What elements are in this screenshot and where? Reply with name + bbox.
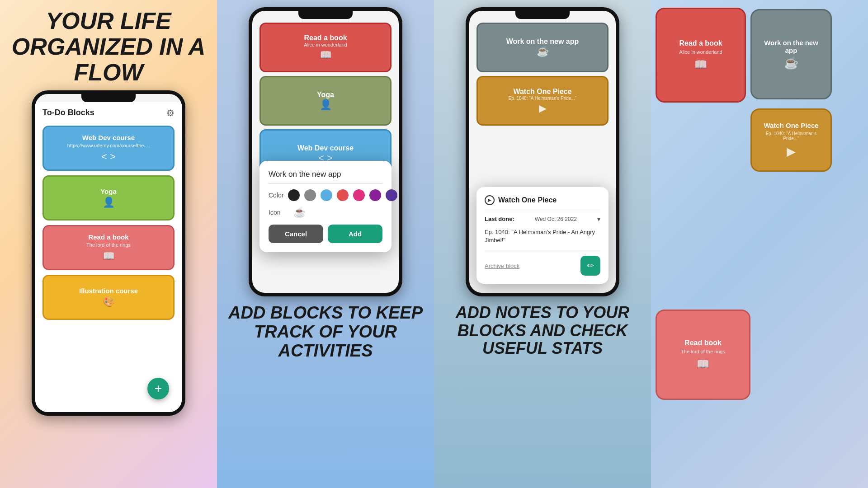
- phone-frame-3: Work on the new app ☕ Watch One Piece Ep…: [466, 7, 619, 296]
- block-yoga-title: Yoga: [100, 188, 117, 195]
- chevron-down-icon[interactable]: ▾: [597, 216, 600, 223]
- p2-block-yoga[interactable]: Yoga 👤: [259, 76, 392, 126]
- block-read[interactable]: Read a book The lord of the rings 📖: [42, 225, 175, 270]
- left-book-title: Read a book: [679, 39, 722, 47]
- right-card-watch: Watch One Piece Ep. 1040: "A Helmsman's …: [750, 108, 832, 172]
- right-card-watch-sub: Ep. 1040: "A Helmsman's Pride...": [758, 131, 824, 141]
- last-done-value: Wed Oct 26 2022: [535, 216, 577, 222]
- block-read-subtitle: The lord of the rings: [86, 242, 131, 248]
- panel3-blocks: Work on the new app ☕ Watch One Piece Ep…: [469, 19, 616, 129]
- fab-add-button[interactable]: +: [147, 378, 169, 399]
- detail-title: Watch One Piece: [498, 196, 557, 204]
- block-illustration[interactable]: Illustration course 🎨: [42, 275, 175, 320]
- color-dark-purple[interactable]: [386, 189, 397, 201]
- color-red[interactable]: [337, 189, 349, 201]
- right-card-watch-title: Watch One Piece: [764, 122, 818, 129]
- phone-frame-2: Read a book Alice in wonderland 📖 Yoga 👤…: [249, 7, 402, 296]
- phone-header-1: To-Do Blocks ⚙: [35, 102, 182, 122]
- phone-title: To-Do Blocks: [42, 108, 94, 117]
- person-icon: 👤: [103, 197, 115, 208]
- block-web-dev-subtitle: https://www.udemy.com/course/the-...: [67, 143, 150, 148]
- p3-block-onepiece[interactable]: Watch One Piece Ep. 1040: "A Helmsman's …: [476, 76, 609, 126]
- phone-inner-1: To-Do Blocks ⚙ Web Dev course https://ww…: [35, 102, 182, 412]
- color-black[interactable]: [288, 189, 300, 201]
- detail-actions: Archive block ✏: [485, 256, 600, 276]
- panel1-title: Your LiFe ORGANized iN A FLOW: [0, 0, 217, 90]
- color-pink[interactable]: [353, 189, 365, 201]
- left-book-sub: Alice in wonderland: [679, 49, 722, 55]
- edit-button[interactable]: ✏: [580, 256, 600, 276]
- color-gray[interactable]: [304, 189, 316, 201]
- block-web-dev-title: Web Dev course: [82, 134, 135, 141]
- phone-frame-1: To-Do Blocks ⚙ Web Dev course https://ww…: [32, 90, 185, 416]
- block-illus-title: Illustration course: [79, 287, 138, 295]
- color-label: Color: [269, 192, 283, 199]
- dialog-buttons: Cancel Add: [269, 225, 382, 243]
- detail-title-row: ▶ Watch One Piece: [485, 195, 600, 210]
- dialog-title: Work on the new app: [269, 170, 382, 184]
- right-coffee-icon: ☕: [784, 56, 798, 70]
- right-card-work: Work on the new app ☕: [750, 9, 832, 99]
- bottom-book-icon: 📖: [696, 358, 710, 371]
- block-yoga[interactable]: Yoga 👤: [42, 175, 175, 221]
- color-purple[interactable]: [369, 189, 381, 201]
- right-card-work-title: Work on the new app: [758, 39, 824, 54]
- icon-label: Icon: [269, 209, 289, 216]
- icon-row: Icon ☕: [269, 206, 382, 218]
- p3-coffee-icon: ☕: [537, 46, 549, 57]
- p3-onepiece-sub: Ep. 1040: "A Helmsman's Pride...": [509, 96, 577, 101]
- phone-notch-1: [81, 94, 136, 102]
- p3-play-icon: ▶: [539, 103, 547, 114]
- bottom-book-card: Read book The lord of the rings 📖: [656, 310, 750, 400]
- right-play-icon: ▶: [787, 145, 796, 159]
- last-done-row: Last done: Wed Oct 26 2022 ▾: [485, 216, 600, 223]
- p2-person-icon: 👤: [320, 99, 332, 111]
- block-web-dev[interactable]: Web Dev course https://www.udemy.com/cou…: [42, 126, 175, 171]
- panel3: Work on the new app ☕ Watch One Piece Ep…: [434, 0, 651, 488]
- p2-book-icon: 📖: [320, 49, 332, 61]
- last-done-label: Last done:: [485, 216, 514, 222]
- panel2-blocks: Read a book Alice in wonderland 📖 Yoga 👤…: [252, 19, 399, 183]
- panel1: Your LiFe ORGANized iN A FLOW To-Do Bloc…: [0, 0, 217, 488]
- p3-newapp-title: Work on the new app: [506, 38, 579, 46]
- detail-play-icon: ▶: [485, 195, 495, 205]
- p2-yoga-title: Yoga: [317, 91, 334, 99]
- p2-block-read[interactable]: Read a book Alice in wonderland 📖: [259, 23, 392, 72]
- p3-onepiece-title: Watch One Piece: [513, 88, 571, 96]
- book-icon: 📖: [103, 250, 115, 262]
- icon-preview[interactable]: ☕: [293, 206, 306, 218]
- left-book-icon: 📖: [694, 58, 708, 71]
- add-block-dialog: Work on the new app Color Icon ☕ Cancel …: [259, 161, 392, 252]
- panel4-decorative: Work on the new app ☕ Watch One Piece Ep…: [651, 0, 868, 488]
- p2-webdev-title: Web Dev course: [297, 144, 354, 152]
- bottom-book-sub: The lord of the rings: [681, 349, 725, 354]
- detail-note: Ep. 1040: "A Helmsman's Pride - An Angry…: [485, 228, 600, 250]
- phone-notch-3: [515, 11, 570, 19]
- panel3-caption: ADD NOTES TO YOUR BLOCKS AND CHECK USEFU…: [434, 296, 651, 357]
- add-button[interactable]: Add: [328, 225, 382, 243]
- todo-list: Web Dev course https://www.udemy.com/cou…: [35, 122, 182, 324]
- panel2-caption: ADD BLOCKS TO KEEP TRACK OF YOUR ACTIVIT…: [217, 296, 434, 360]
- cancel-button[interactable]: Cancel: [269, 225, 323, 243]
- phone-notch-2: [298, 11, 353, 19]
- briefcase-icon: 🎨: [103, 296, 115, 308]
- p2-read-sub: Alice in wonderland: [304, 42, 347, 47]
- code-icon: < >: [101, 151, 116, 163]
- archive-link[interactable]: Archive block: [485, 263, 519, 269]
- block-read-title: Read a book: [88, 233, 128, 241]
- color-teal[interactable]: [321, 189, 332, 201]
- panel2: Read a book Alice in wonderland 📖 Yoga 👤…: [217, 0, 434, 488]
- left-book-card: Read a book Alice in wonderland 📖: [656, 8, 746, 103]
- p3-block-newapp[interactable]: Work on the new app ☕: [476, 23, 609, 72]
- p2-read-title: Read a book: [304, 34, 347, 42]
- bottom-book-title: Read book: [684, 339, 722, 347]
- color-row: Color: [269, 189, 382, 201]
- gear-icon[interactable]: ⚙: [166, 108, 175, 118]
- detail-panel: ▶ Watch One Piece Last done: Wed Oct 26 …: [476, 187, 609, 284]
